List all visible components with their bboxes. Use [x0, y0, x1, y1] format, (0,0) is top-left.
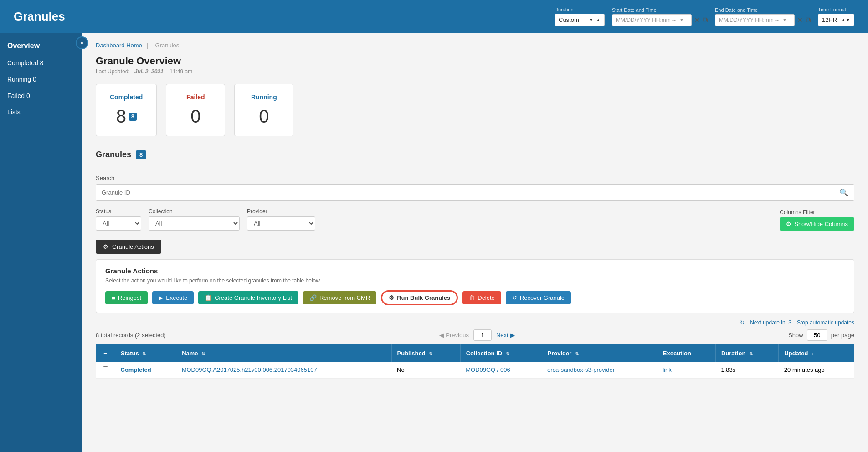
time-format-control: Time Format 12HR ▲▼	[818, 7, 854, 26]
breadcrumb-current: Granules	[155, 42, 180, 49]
recover-granule-button[interactable]: ↺ Recover Granule	[506, 291, 571, 304]
status-sort-icon: ⇅	[142, 351, 146, 356]
action-buttons-row: ■ Reingest ▶ Execute 📋 Create Granule In…	[105, 290, 845, 305]
col-status-label: Status	[121, 350, 139, 357]
delete-label: Delete	[478, 294, 495, 301]
chevron-down-icon: ▼	[782, 17, 787, 22]
remove-cmr-label: Remove from CMR	[319, 294, 370, 301]
previous-button[interactable]: ◀ Previous	[439, 332, 469, 339]
time-format-value: 12HR	[822, 16, 837, 23]
sidebar-item-running[interactable]: Running 0	[0, 71, 82, 87]
duration-value: Custom	[559, 16, 579, 23]
columns-filter-group: Columns Filter ⚙ Show/Hide Columns	[780, 209, 854, 231]
sidebar-item-overview[interactable]: Overview	[0, 37, 82, 55]
gear-icon: ⚙	[103, 243, 108, 250]
next-button[interactable]: Next ▶	[496, 332, 515, 339]
create-inventory-label: Create Granule Inventory List	[215, 294, 292, 301]
col-execution-label: Execution	[663, 350, 691, 357]
next-label: Next	[496, 332, 508, 339]
row-name-cell: MOD09GQ.A2017025.h21v00.006.201703406510…	[176, 362, 391, 379]
chevron-left-icon: ◀	[439, 332, 444, 339]
time-format-chevron-icon: ▲▼	[841, 17, 850, 22]
recover-icon: ↺	[512, 294, 517, 301]
row-provider-link[interactable]: orca-sandbox-s3-provider	[547, 366, 615, 373]
sidebar-item-failed[interactable]: Failed 0	[0, 87, 82, 104]
page-subtitle: Last Updated: Jul. 2, 2021 11:49 am	[96, 68, 854, 75]
select-all-checkbox[interactable]: −	[101, 349, 109, 357]
show-hide-columns-button[interactable]: ⚙ Show/Hide Columns	[780, 217, 854, 231]
provider-filter-select[interactable]: All	[247, 216, 315, 231]
row-collection-id-link[interactable]: MOD09GQ / 006	[466, 366, 510, 373]
granules-section-header: Granules 8	[96, 150, 854, 159]
reingest-button[interactable]: ■ Reingest	[105, 291, 148, 304]
end-datetime-row: MM/DD/YYYY HH:mm -- ▼ ✕ ⧉	[715, 14, 811, 26]
divider	[96, 167, 854, 167]
calendar-start-icon[interactable]: ⧉	[703, 16, 708, 24]
run-bulk-label: Run Bulk Granules	[397, 294, 450, 301]
granules-table: − Status ⇅ Name ⇅ Published ⇅	[96, 344, 854, 379]
provider-filter-label: Provider	[247, 208, 315, 215]
run-bulk-granules-button[interactable]: ⚙ Run Bulk Granules	[381, 290, 458, 305]
duration-select[interactable]: Custom ▼ ▲	[555, 14, 605, 26]
col-status[interactable]: Status ⇅	[115, 344, 176, 362]
start-datetime-placeholder: MM/DD/YYYY HH:mm --	[616, 17, 676, 23]
col-published[interactable]: Published ⇅	[391, 344, 460, 362]
overview-title: Granule Overview	[96, 55, 854, 67]
status-filter-group: Status All	[96, 208, 141, 231]
sidebar-collapse-button[interactable]: «	[76, 36, 88, 49]
status-filter-select[interactable]: All	[96, 216, 141, 231]
col-name[interactable]: Name ⇅	[176, 344, 391, 362]
execute-label: Execute	[166, 294, 187, 301]
breadcrumb-home[interactable]: Dashboard Home	[96, 42, 142, 49]
row-provider-cell: orca-sandbox-s3-provider	[542, 362, 657, 379]
row-name-link[interactable]: MOD09GQ.A2017025.h21v00.006.201703406510…	[182, 366, 317, 373]
stat-completed-label: Completed	[110, 93, 143, 101]
chevron-down-icon: ▼	[589, 17, 593, 22]
stop-updates-link[interactable]: Stop automatic updates	[797, 319, 854, 326]
sidebar-item-lists[interactable]: Lists	[0, 104, 82, 120]
search-icon[interactable]: 🔍	[834, 185, 854, 200]
col-provider-label: Provider	[548, 350, 572, 357]
search-input[interactable]	[96, 185, 834, 200]
per-page-input[interactable]	[807, 329, 827, 341]
sidebar-completed-label: Completed 8	[7, 59, 43, 67]
calendar-end-icon[interactable]: ⧉	[806, 16, 811, 24]
chevron-right-icon: ▶	[510, 332, 515, 339]
published-sort-icon: ⇅	[429, 351, 432, 356]
row-checkbox[interactable]	[103, 366, 108, 372]
table-header-row: − Status ⇅ Name ⇅ Published ⇅	[96, 344, 854, 362]
sidebar: « Overview Completed 8 Running 0 Failed …	[0, 33, 82, 452]
col-published-label: Published	[397, 350, 426, 357]
clear-start-icon[interactable]: ✕	[693, 15, 701, 25]
time-format-select[interactable]: 12HR ▲▼	[818, 14, 854, 26]
stat-cards: Completed 8 8 Failed 0 Running 0	[96, 84, 854, 136]
remove-cmr-button[interactable]: 🔗 Remove from CMR	[303, 291, 376, 304]
stat-completed-value: 8 8	[110, 106, 143, 127]
inventory-icon: 📋	[205, 294, 212, 301]
col-provider[interactable]: Provider ⇅	[542, 344, 657, 362]
delete-button[interactable]: 🗑 Delete	[462, 291, 501, 304]
reingest-icon: ■	[112, 294, 115, 301]
start-datetime-row: MM/DD/YYYY HH:mm -- ▼ ✕ ⧉	[612, 14, 708, 26]
row-status-link[interactable]: Completed	[121, 366, 151, 373]
granule-actions-button[interactable]: ⚙ Granule Actions	[96, 240, 161, 254]
name-sort-icon: ⇅	[201, 351, 205, 356]
collection-filter-select[interactable]: All	[149, 216, 240, 231]
page-input[interactable]	[473, 329, 492, 341]
breadcrumb: Dashboard Home | Granules	[96, 42, 854, 49]
remove-icon: 🔗	[309, 294, 317, 301]
execute-button[interactable]: ▶ Execute	[152, 291, 194, 304]
sidebar-item-completed[interactable]: Completed 8	[0, 55, 82, 71]
start-datetime-input[interactable]: MM/DD/YYYY HH:mm -- ▼	[612, 14, 692, 26]
col-collection-id[interactable]: Collection ID ⇅	[460, 344, 542, 362]
create-inventory-button[interactable]: 📋 Create Granule Inventory List	[198, 291, 298, 304]
clear-end-icon[interactable]: ✕	[796, 15, 804, 25]
duration-sort-icon: ⇅	[749, 351, 753, 356]
col-duration[interactable]: Duration ⇅	[715, 344, 778, 362]
row-execution-link[interactable]: link	[663, 366, 672, 373]
col-updated[interactable]: Updated ↓	[779, 344, 854, 362]
provider-sort-icon: ⇅	[575, 351, 579, 356]
end-datetime-input[interactable]: MM/DD/YYYY HH:mm -- ▼	[715, 14, 795, 26]
top-header: Granules Duration Custom ▼ ▲ Start Date …	[0, 0, 868, 33]
stat-completed-number: 8	[116, 106, 126, 127]
